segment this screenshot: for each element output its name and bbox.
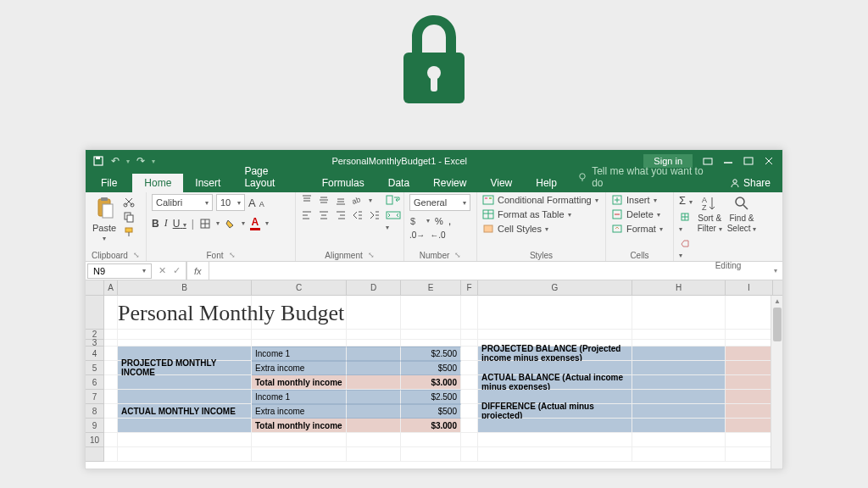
- scroll-thumb[interactable]: [773, 308, 782, 341]
- tab-insert[interactable]: Insert: [183, 174, 232, 192]
- cell[interactable]: Income 1: [252, 390, 347, 404]
- cell[interactable]: [461, 330, 478, 340]
- cell[interactable]: $500: [401, 404, 461, 419]
- cell[interactable]: [347, 347, 401, 361]
- cell[interactable]: [347, 330, 401, 340]
- cell[interactable]: [478, 447, 632, 462]
- orientation-icon[interactable]: ab: [352, 194, 364, 206]
- cell[interactable]: Total monthly income: [252, 375, 347, 390]
- cell[interactable]: [347, 404, 401, 419]
- cell[interactable]: [632, 361, 726, 375]
- column-header[interactable]: I: [726, 280, 773, 295]
- cell[interactable]: ACTUAL BALANCE (Actual income minus expe…: [478, 375, 632, 390]
- redo-icon[interactable]: ↷: [136, 155, 145, 167]
- decrease-decimal-icon[interactable]: ←.0: [430, 230, 445, 240]
- cell[interactable]: [632, 375, 726, 390]
- tell-me-search[interactable]: Tell me what you want to do: [569, 162, 718, 192]
- cell[interactable]: [461, 296, 478, 330]
- cell[interactable]: [461, 340, 478, 347]
- find-select-button[interactable]: Find & Select ▾: [727, 194, 757, 233]
- row-header[interactable]: 7: [86, 390, 104, 404]
- cell[interactable]: [478, 330, 632, 340]
- column-header[interactable]: B: [118, 280, 252, 295]
- cell[interactable]: [252, 447, 347, 462]
- tab-help[interactable]: Help: [524, 174, 569, 192]
- cell[interactable]: [461, 433, 478, 447]
- cell[interactable]: [118, 375, 252, 390]
- merge-center-icon[interactable]: ▾: [386, 209, 401, 231]
- cell[interactable]: [104, 404, 118, 419]
- indent-increase-icon[interactable]: [369, 209, 381, 221]
- cell[interactable]: [104, 296, 118, 330]
- cell-styles-button[interactable]: Cell Styles▾: [482, 223, 598, 235]
- chevron-down-icon[interactable]: ▾: [126, 158, 130, 165]
- shrink-font-icon[interactable]: A: [259, 200, 264, 208]
- cell[interactable]: [118, 419, 252, 433]
- cell[interactable]: [632, 390, 726, 404]
- column-header[interactable]: H: [632, 280, 726, 295]
- dialog-launcher-icon[interactable]: ⤡: [133, 251, 140, 260]
- number-format-dropdown[interactable]: General▾: [409, 194, 470, 211]
- cell[interactable]: [726, 296, 773, 330]
- cell[interactable]: [632, 447, 726, 462]
- align-middle-icon[interactable]: [318, 194, 330, 206]
- tab-review[interactable]: Review: [421, 174, 478, 192]
- tab-file[interactable]: File: [86, 174, 132, 192]
- cell[interactable]: [104, 433, 118, 447]
- cell[interactable]: Income 1: [252, 347, 347, 361]
- cell[interactable]: [632, 347, 726, 361]
- fill-icon[interactable]: ▾: [679, 211, 693, 233]
- cell[interactable]: DIFFERENCE (Actual minus projected): [478, 404, 632, 419]
- cell[interactable]: [401, 330, 461, 340]
- column-header[interactable]: E: [401, 280, 461, 295]
- column-header[interactable]: F: [461, 280, 478, 295]
- grow-font-icon[interactable]: A: [248, 197, 256, 209]
- cell[interactable]: Extra income: [252, 361, 347, 375]
- fx-icon[interactable]: fx: [186, 262, 209, 280]
- align-left-icon[interactable]: [301, 209, 313, 221]
- cell[interactable]: [726, 447, 773, 462]
- row-header[interactable]: 3: [86, 340, 104, 347]
- column-header[interactable]: G: [478, 280, 632, 295]
- format-cells-button[interactable]: Format▾: [611, 223, 663, 235]
- cell[interactable]: [632, 340, 726, 347]
- cell[interactable]: [632, 433, 726, 447]
- select-all-corner[interactable]: [86, 280, 104, 295]
- cell[interactable]: Extra income: [252, 404, 347, 419]
- cell[interactable]: [347, 390, 401, 404]
- font-size-dropdown[interactable]: 10▾: [216, 194, 245, 211]
- row-header[interactable]: 9: [86, 419, 104, 433]
- row-header[interactable]: 5: [86, 361, 104, 375]
- cell[interactable]: [461, 419, 478, 433]
- font-color-icon[interactable]: A: [250, 216, 260, 230]
- cell[interactable]: [461, 347, 478, 361]
- accounting-icon[interactable]: $: [409, 215, 421, 227]
- cell[interactable]: [726, 433, 773, 447]
- cell[interactable]: [118, 433, 252, 447]
- cell[interactable]: [104, 375, 118, 390]
- sort-filter-button[interactable]: AZ Sort & Filter ▾: [698, 194, 722, 233]
- tab-page-layout[interactable]: Page Layout: [232, 162, 309, 192]
- tab-data[interactable]: Data: [376, 174, 421, 192]
- cell[interactable]: [347, 419, 401, 433]
- dialog-launcher-icon[interactable]: ⤡: [368, 251, 375, 260]
- spreadsheet-grid[interactable]: ABCDEFGHI 234Income 1$2.500PROJECTED BAL…: [86, 280, 782, 469]
- paste-button[interactable]: Paste ▾: [91, 194, 118, 244]
- align-bottom-icon[interactable]: [335, 194, 347, 206]
- bold-button[interactable]: B: [152, 218, 159, 230]
- border-icon[interactable]: [199, 218, 211, 230]
- wrap-text-icon[interactable]: [386, 194, 401, 206]
- row-header[interactable]: 4: [86, 347, 104, 361]
- cell[interactable]: [726, 340, 773, 347]
- cell[interactable]: [104, 447, 118, 462]
- indent-decrease-icon[interactable]: [352, 209, 364, 221]
- dialog-launcher-icon[interactable]: ⤡: [229, 251, 236, 260]
- close-icon[interactable]: [764, 156, 774, 166]
- cell[interactable]: Total monthly income: [252, 419, 347, 433]
- clear-icon[interactable]: ▾: [679, 237, 693, 259]
- cell[interactable]: [478, 296, 632, 330]
- cell[interactable]: [401, 340, 461, 347]
- percent-icon[interactable]: %: [435, 216, 443, 226]
- scroll-up-arrow-icon[interactable]: ▲: [774, 297, 781, 305]
- name-box[interactable]: N9▾: [87, 263, 152, 279]
